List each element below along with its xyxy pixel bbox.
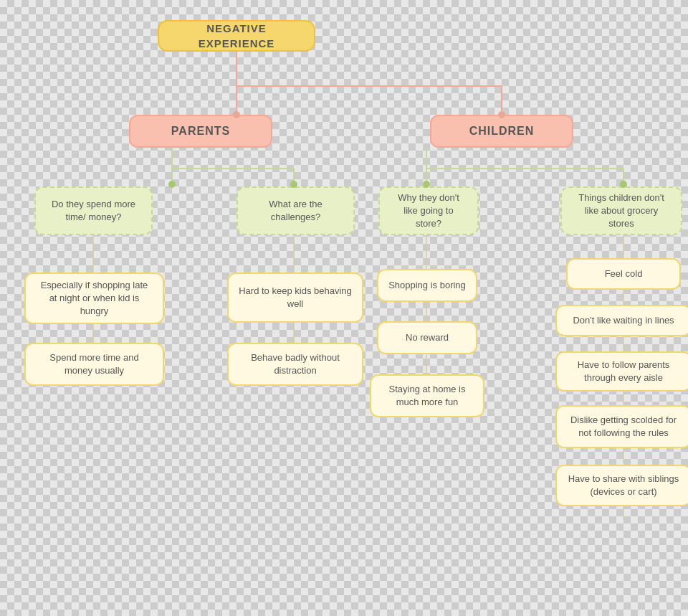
children-sub2-child3: Have to follow parents through every ais… <box>555 351 688 392</box>
dot-children <box>498 111 505 118</box>
dot-parents-sub1 <box>168 181 176 188</box>
parents-sub1-child2: Spend more time and money usually <box>24 343 164 386</box>
children-sub2-child2: Don't like waiting in lines <box>555 305 688 336</box>
dot-parents <box>233 111 240 118</box>
parents-sub2-child2: Behave badly without distraction <box>227 343 363 386</box>
children-sub1-child2: No reward <box>377 321 477 354</box>
children-branch-node: CHILDREN <box>430 115 573 148</box>
children-sub2-child1: Feel cold <box>566 258 681 290</box>
children-sub2-child4: Dislike getting scolded for not followin… <box>555 405 688 448</box>
children-sub1-node: Why they don't like going to store? <box>378 186 479 235</box>
parents-sub1-node: Do they spend more time/ money? <box>34 186 153 235</box>
dot-parents-sub2 <box>290 181 297 188</box>
root-node: NEGATIVE EXPERIENCE <box>158 20 315 52</box>
children-sub1-child3: Staying at home is much more fun <box>370 374 484 417</box>
children-sub2-child5: Have to share with siblings (devices or … <box>555 465 688 506</box>
parents-sub1-child1: Especially if shopping late at night or … <box>24 273 164 324</box>
children-sub2-node: Things children don't like about grocery… <box>560 186 682 235</box>
parents-sub2-child1: Hard to keep kids behaving well <box>227 273 363 323</box>
dot-children-sub2 <box>620 181 627 188</box>
diagram-container: NEGATIVE EXPERIENCE PARENTS CHILDREN Do … <box>14 14 688 616</box>
parents-sub2-node: What are the challenges? <box>236 186 355 235</box>
dot-children-sub1 <box>423 181 430 188</box>
parents-branch-node: PARENTS <box>129 115 272 148</box>
children-sub1-child1: Shopping is boring <box>377 269 477 302</box>
